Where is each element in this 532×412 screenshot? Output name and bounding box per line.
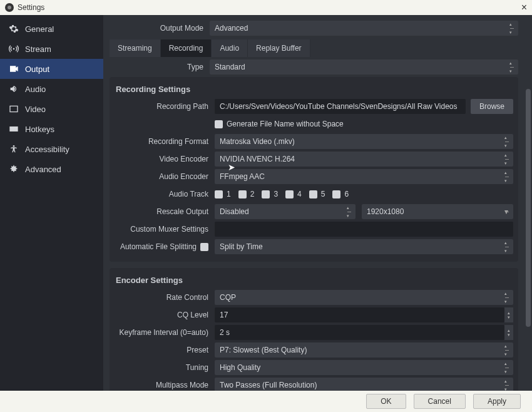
- spinner-icon[interactable]: [504, 325, 513, 340]
- titlebar: Settings ×: [0, 0, 532, 15]
- video-encoder-select[interactable]: NVIDIA NVENC H.264: [215, 152, 513, 167]
- sidebar-item-advanced[interactable]: Advanced: [0, 159, 103, 179]
- output-mode-label: Output Mode: [110, 24, 210, 33]
- tab-replay-buffer[interactable]: Replay Buffer: [248, 39, 310, 57]
- track-5-checkbox[interactable]: [309, 190, 317, 198]
- svg-point-0: [13, 145, 15, 147]
- tuning-label: Tuning: [115, 363, 215, 372]
- cancel-button[interactable]: Cancel: [414, 394, 466, 409]
- advanced-icon: [9, 164, 19, 174]
- spinner-icon: [504, 153, 511, 165]
- sidebar-item-output[interactable]: Output: [0, 59, 103, 79]
- encoder-settings-title: Encoder Settings: [115, 273, 513, 290]
- accessibility-icon: [9, 144, 19, 154]
- sidebar-item-audio[interactable]: Audio: [0, 79, 103, 99]
- recording-settings-title: Recording Settings: [115, 82, 513, 99]
- bottom-bar: OK Cancel Apply: [0, 391, 532, 412]
- audio-icon: [9, 84, 19, 94]
- gen-filename-checkbox[interactable]: [215, 120, 223, 128]
- tuning-select[interactable]: High Quality: [215, 360, 513, 375]
- window-title: Settings: [18, 3, 44, 12]
- audio-track-label: Audio Track: [115, 190, 215, 198]
- keyframe-label: Keyframe Interval (0=auto): [115, 328, 215, 337]
- spinner-icon: [509, 22, 516, 34]
- multipass-select[interactable]: Two Passes (Full Resolution): [215, 378, 513, 391]
- gear-icon: [9, 24, 19, 34]
- type-select[interactable]: Standard: [210, 59, 518, 75]
- sidebar-label: Stream: [25, 44, 51, 54]
- output-icon: [9, 64, 19, 74]
- spinner-icon[interactable]: [504, 307, 513, 322]
- spinner-icon: [509, 61, 516, 73]
- recording-settings-panel: Recording Settings Recording Path Browse…: [110, 77, 518, 262]
- video-encoder-label: Video Encoder: [115, 155, 215, 163]
- sidebar-item-video[interactable]: Video: [0, 99, 103, 119]
- main-panel: Output Mode Advanced Streaming Recording…: [103, 15, 532, 391]
- track-6-checkbox[interactable]: [332, 190, 340, 198]
- rate-control-select[interactable]: CQP: [215, 290, 513, 305]
- tab-streaming[interactable]: Streaming: [110, 39, 161, 57]
- cq-level-input[interactable]: [215, 307, 504, 322]
- audio-encoder-select[interactable]: FFmpeg AAC: [215, 169, 513, 184]
- sidebar-label: Audio: [25, 85, 46, 94]
- rescale-label: Rescale Output: [115, 207, 215, 216]
- recording-path-label: Recording Path: [115, 102, 215, 111]
- output-tabs: Streaming Recording Audio Replay Buffer: [110, 39, 518, 57]
- sidebar-item-hotkeys[interactable]: Hotkeys: [0, 119, 103, 139]
- recording-format-label: Recording Format: [115, 137, 215, 146]
- output-mode-select[interactable]: Advanced: [210, 21, 518, 36]
- rate-control-label: Rate Control: [115, 293, 215, 302]
- browse-button[interactable]: Browse: [471, 99, 513, 114]
- scrollbar[interactable]: [526, 89, 531, 327]
- spinner-icon: [504, 135, 511, 148]
- sidebar-item-stream[interactable]: Stream: [0, 39, 103, 59]
- sidebar-item-general[interactable]: General: [0, 19, 103, 39]
- sidebar-label: Hotkeys: [25, 125, 54, 134]
- type-label: Type: [110, 63, 210, 71]
- sidebar-label: Advanced: [25, 165, 61, 174]
- rescale-select[interactable]: Disabled: [215, 204, 356, 219]
- track-4-checkbox[interactable]: [285, 190, 294, 198]
- preset-select[interactable]: P7: Slowest (Best Quality): [215, 342, 513, 358]
- spinner-icon: [504, 344, 511, 356]
- recording-format-select[interactable]: Matroska Video (.mkv): [215, 134, 513, 149]
- broadcast-icon: [9, 44, 19, 54]
- spinner-icon: [504, 170, 511, 183]
- sidebar-label: General: [25, 24, 54, 34]
- split-checkbox[interactable]: [200, 243, 208, 251]
- sidebar-label: Accessibility: [25, 145, 69, 154]
- video-icon: [9, 104, 19, 114]
- track-3-checkbox[interactable]: [262, 190, 270, 198]
- ok-button[interactable]: OK: [366, 394, 406, 409]
- track-2-checkbox[interactable]: [238, 190, 247, 198]
- multipass-label: Multipass Mode: [115, 381, 215, 389]
- split-label: Automatic File Splitting: [120, 242, 197, 251]
- sidebar-label: Video: [25, 105, 46, 114]
- rescale-res-select[interactable]: 1920x1080 ▾: [362, 204, 513, 219]
- encoder-settings-panel: Encoder Settings Rate Control CQP CQ Lev…: [110, 268, 518, 391]
- split-select[interactable]: Split by Time: [215, 239, 513, 254]
- sidebar-label: Output: [25, 64, 49, 74]
- spinner-icon: [347, 205, 353, 218]
- spinner-icon: [504, 379, 511, 391]
- track-1-checkbox[interactable]: [215, 190, 223, 198]
- gen-filename-label: Generate File Name without Space: [227, 120, 344, 128]
- preset-label: Preset: [115, 346, 215, 354]
- muxer-label: Custom Muxer Settings: [115, 225, 215, 234]
- keyboard-icon: [9, 124, 19, 134]
- spinner-icon: [504, 240, 511, 253]
- apply-button[interactable]: Apply: [473, 394, 521, 409]
- muxer-input[interactable]: [215, 222, 513, 237]
- app-logo-icon: [5, 3, 14, 12]
- tab-recording[interactable]: Recording: [161, 39, 212, 57]
- close-icon[interactable]: ×: [521, 2, 527, 13]
- cq-level-label: CQ Level: [115, 311, 215, 319]
- keyframe-input[interactable]: [215, 325, 504, 340]
- spinner-icon: [504, 361, 511, 374]
- tab-audio[interactable]: Audio: [212, 39, 248, 57]
- audio-encoder-label: Audio Encoder: [115, 172, 215, 181]
- recording-path-input[interactable]: [215, 99, 466, 114]
- sidebar-item-accessibility[interactable]: Accessibility: [0, 139, 103, 159]
- spinner-icon: [504, 291, 511, 304]
- chevron-down-icon: ▾: [504, 207, 508, 216]
